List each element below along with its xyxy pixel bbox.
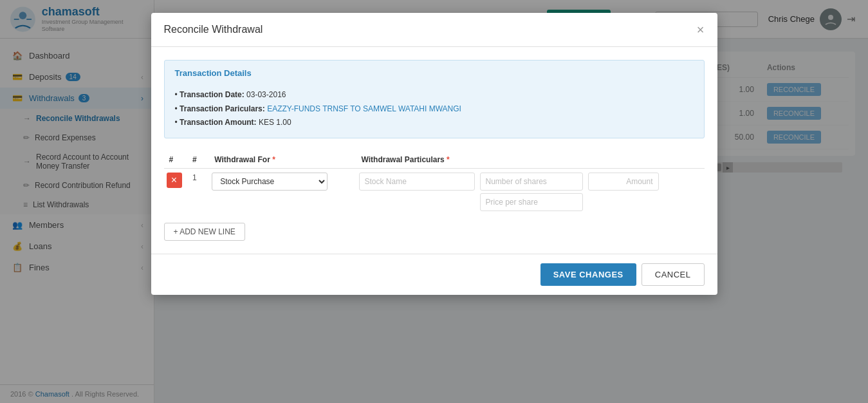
transaction-amount-row: • Transaction Amount: KES 1.00 <box>175 116 694 130</box>
transaction-particulars-label: Transaction Pariculars: <box>180 104 265 113</box>
transaction-date-value: 03-03-2016 <box>246 90 286 99</box>
add-line-label: + ADD NEW LINE <box>174 227 235 236</box>
withdrawal-for-cell: Stock Purchase Expense Contribution Refu… <box>209 168 356 215</box>
col-particulars-header: Withdrawal Particulars * <box>356 151 705 169</box>
modal-overlay: Reconcile Withdrawal × Transaction Detai… <box>0 0 868 403</box>
transaction-date-row: • Transaction Date: 03-03-2016 <box>175 88 694 102</box>
add-new-line-button[interactable]: + ADD NEW LINE <box>164 223 245 241</box>
shares-group <box>480 173 583 211</box>
modal-title: Reconcile Withdrawal <box>164 24 263 35</box>
required-indicator: * <box>272 155 275 164</box>
modal-close-button[interactable]: × <box>697 23 705 36</box>
reconcile-modal: Reconcile Withdrawal × Transaction Detai… <box>151 13 717 295</box>
row-number: 1 <box>190 169 199 186</box>
transaction-particulars-value: EAZZY-FUNDS TRNSF TO SAMWEL WATAHI MWANG… <box>267 104 461 113</box>
transaction-details-section: Transaction Details • Transaction Date: … <box>164 60 705 138</box>
modal-header: Reconcile Withdrawal × <box>151 13 717 47</box>
required-indicator: * <box>447 155 450 164</box>
amount-input[interactable] <box>588 173 659 191</box>
row-number-cell: 1 <box>187 168 209 215</box>
withdrawal-row-1: × 1 Stock Purchase Expense Contribution … <box>164 168 705 215</box>
modal-body: Transaction Details • Transaction Date: … <box>151 47 717 254</box>
transaction-amount-label: Transaction Amount: <box>180 118 257 127</box>
col-num-header: # <box>187 151 209 169</box>
col-for-header: Withdrawal For * <box>209 151 356 169</box>
transaction-date-label: Transaction Date: <box>180 90 245 99</box>
delete-row-button[interactable]: × <box>167 173 182 188</box>
delete-cell: × <box>164 168 188 215</box>
cancel-button[interactable]: CANCEL <box>642 263 705 286</box>
price-per-share-input[interactable] <box>480 193 583 211</box>
particulars-cell <box>356 168 705 215</box>
transaction-details-title: Transaction Details <box>175 68 694 82</box>
withdrawal-form-table: # # Withdrawal For * Withdrawal Particul… <box>164 151 705 215</box>
stock-name-input[interactable] <box>359 173 475 191</box>
transaction-particulars-row: • Transaction Pariculars: EAZZY-FUNDS TR… <box>175 102 694 117</box>
num-shares-input[interactable] <box>480 173 583 191</box>
withdrawal-for-select[interactable]: Stock Purchase Expense Contribution Refu… <box>212 173 328 191</box>
save-changes-button[interactable]: SAVE CHANGES <box>540 263 636 286</box>
transaction-amount-value: KES 1.00 <box>259 118 291 127</box>
col-hash-header: # <box>164 151 188 169</box>
modal-footer: SAVE CHANGES CANCEL <box>151 254 717 295</box>
